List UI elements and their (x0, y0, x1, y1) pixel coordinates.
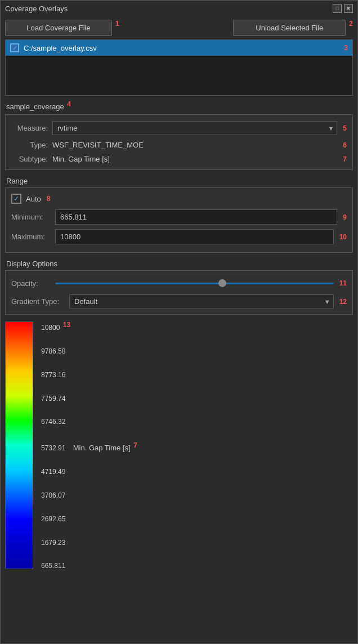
file-checkbox[interactable] (10, 43, 19, 52)
file-item-name: C:/sample_overlay.csv (24, 44, 97, 52)
minimum-label: Minimum: (11, 213, 51, 221)
opacity-slider-wrapper[interactable] (55, 278, 334, 289)
legend-value-3: 7759.74 (41, 395, 137, 402)
gradient-type-dropdown[interactable]: Default (69, 294, 334, 308)
display-inner: Opacity: 11 Gradient Type: Default ▼ 12 (5, 270, 353, 315)
legend-title-inline: Min. Gap Time [s] 7 (73, 444, 137, 452)
legend-value-4: 6746.32 (41, 418, 137, 425)
type-value: WSF_REVISIT_TIME_MOE (52, 141, 337, 149)
unload-selected-button[interactable]: Unload Selected File (233, 20, 346, 36)
measure-dropdown[interactable]: rvtime (52, 121, 337, 135)
subtype-value: Min. Gap Time [s] (52, 155, 337, 163)
legend-values-list: 10800 13 9786.58 8773.16 7759.74 6746.32… (41, 321, 137, 569)
opacity-row: Opacity: 11 (11, 275, 347, 291)
legend-value-7: 3706.07 (41, 492, 137, 499)
title-bar: Coverage Overlays □ ✖ (1, 1, 357, 16)
close-icon[interactable]: ✖ (344, 4, 353, 13)
gradient-bar (5, 321, 33, 569)
coverage-name-row: sample_coverage 4 (1, 96, 357, 113)
range-inner: Auto 8 Minimum: 9 Maximum: 10 (5, 187, 353, 253)
badge-8: 8 (47, 195, 51, 203)
legend-value-2: 8773.16 (41, 372, 137, 378)
badge-13: 13 (63, 321, 70, 329)
badge-5: 5 (343, 124, 347, 132)
range-section: Range Auto 8 Minimum: 9 Maximum: 10 (5, 173, 353, 253)
gradient-type-row: Gradient Type: Default ▼ 12 (11, 291, 347, 308)
legend-value-0: 10800 13 (41, 321, 137, 331)
auto-checkbox[interactable] (11, 194, 21, 204)
maximum-row: Maximum: 10 (11, 227, 347, 247)
display-options-section: Display Options Opacity: 11 Gradient Typ… (5, 257, 353, 315)
badge-1: 1 (115, 20, 119, 36)
file-list: C:/sample_overlay.csv 3 (5, 39, 353, 96)
legend-right: 10800 13 9786.58 8773.16 7759.74 6746.32… (41, 321, 137, 569)
measure-label: Measure: (11, 124, 48, 132)
display-title: Display Options (5, 257, 353, 270)
subtype-row: Subtype: Min. Gap Time [s] 7 (11, 152, 347, 166)
badge-7: 7 (343, 155, 347, 163)
legend-value-1: 9786.58 (41, 348, 137, 355)
badge-6: 6 (343, 141, 347, 149)
coverage-name: sample_coverage (6, 102, 64, 111)
legend-value-5: 5732.91 Min. Gap Time [s] 7 (41, 442, 137, 451)
file-list-item[interactable]: C:/sample_overlay.csv 3 (6, 40, 352, 56)
type-row: Type: WSF_REVISIT_TIME_MOE 6 (11, 138, 347, 152)
maximum-input[interactable] (55, 229, 334, 244)
badge-4: 4 (67, 100, 71, 108)
opacity-slider-track (55, 283, 334, 284)
legend-value-6: 4719.49 (41, 468, 137, 475)
restore-icon[interactable]: □ (333, 4, 342, 13)
subtype-label: Subtype: (11, 155, 48, 163)
badge-12: 12 (339, 298, 347, 306)
legend-value-8: 2692.65 (41, 516, 137, 522)
badge-9: 9 (343, 213, 347, 221)
measure-row: Measure: rvtime ▼ 5 (11, 118, 347, 138)
badge-2: 2 (349, 20, 353, 36)
maximum-label: Maximum: (11, 232, 51, 241)
gradient-type-label: Gradient Type: (11, 297, 65, 306)
auto-row: Auto 8 (11, 191, 347, 207)
window-controls: □ ✖ (333, 4, 353, 13)
toolbar: Load Coverage File 1 Unload Selected Fil… (1, 16, 357, 39)
fields-section: Measure: rvtime ▼ 5 Type: WSF_REVISIT_TI… (5, 114, 353, 170)
range-title: Range (5, 173, 353, 187)
window-title: Coverage Overlays (5, 5, 68, 13)
badge-10: 10 (339, 233, 347, 241)
badge-11: 11 (339, 279, 347, 287)
legend-value-9: 1679.23 (41, 539, 137, 546)
badge-3: 3 (344, 44, 348, 52)
coverage-overlays-window: Coverage Overlays □ ✖ Load Coverage File… (0, 0, 358, 644)
minimum-input[interactable] (55, 209, 337, 225)
badge-7b: 7 (133, 441, 137, 449)
gradient-dropdown-wrapper: Default ▼ (69, 294, 334, 308)
type-label: Type: (11, 141, 48, 149)
minimum-row: Minimum: 9 (11, 207, 347, 227)
auto-label: Auto (26, 195, 41, 203)
opacity-slider-thumb[interactable] (218, 279, 226, 287)
measure-dropdown-wrapper: rvtime ▼ (52, 121, 337, 135)
load-coverage-button[interactable]: Load Coverage File (5, 20, 112, 36)
opacity-label: Opacity: (11, 279, 51, 288)
legend-value-10: 665.811 (41, 562, 137, 569)
legend-section: 10800 13 9786.58 8773.16 7759.74 6746.32… (5, 321, 353, 569)
